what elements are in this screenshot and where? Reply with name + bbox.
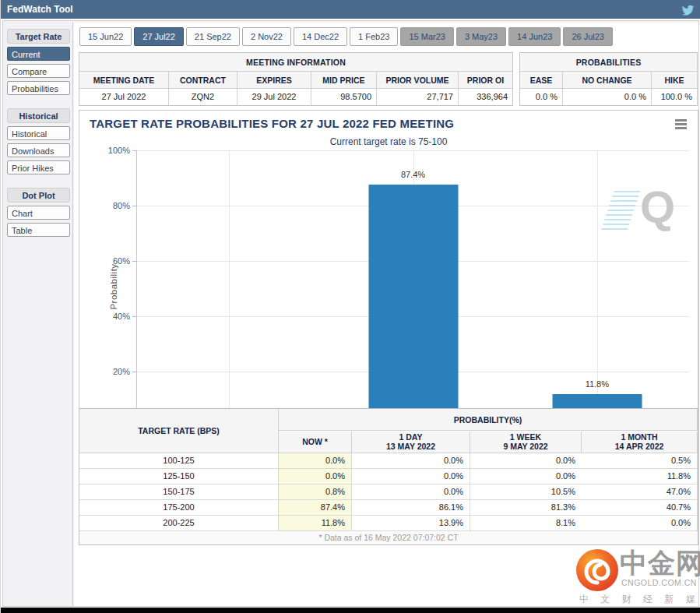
col-target-rate-bps: TARGET RATE (BPS): [79, 409, 279, 453]
sidebar-item-chart[interactable]: Chart: [7, 206, 70, 220]
row-week: 81.3%: [470, 500, 582, 516]
row-month: 40.7%: [582, 500, 698, 516]
bar-value-200-225: 11.8%: [586, 379, 609, 389]
contract-value: ZQN2: [169, 89, 237, 105]
row-rate: 150-175: [79, 484, 279, 500]
row-week: 0.0%: [470, 453, 582, 469]
row-now: 11.8%: [279, 516, 352, 531]
sidebar-item-probabilities[interactable]: Probabilities: [7, 81, 70, 95]
row-day: 0.0%: [352, 469, 470, 484]
y-tick-60: 60%: [97, 256, 130, 266]
col-1-week: 1 WEEK9 MAY 2022: [470, 432, 582, 453]
sidebar-header-target-rate: Target Rate: [7, 29, 70, 44]
row-now: 0.0%: [279, 469, 352, 484]
main-content: 15 Jun2227 Jul2221 Sep222 Nov2214 Dec221…: [74, 23, 698, 606]
expires-value: 29 Jul 2022: [237, 89, 311, 105]
sidebar-item-historical[interactable]: Historical: [7, 126, 70, 140]
col-expires: EXPIRES: [237, 72, 311, 89]
tab-26-jul23[interactable]: 26 Jul23: [563, 27, 613, 46]
y-tick-80: 80%: [97, 201, 130, 210]
page-body: Target Rate Current Compare Probabilitie…: [2, 20, 699, 607]
col-ease: EASE: [520, 72, 563, 89]
y-axis-title: Probability: [109, 263, 118, 309]
twitter-icon[interactable]: [681, 3, 695, 16]
tab-15-mar23[interactable]: 15 Mar23: [400, 27, 453, 46]
fedwatch-tool-app: FedWatch Tool Target Rate Current Compar…: [0, 0, 700, 613]
meeting-tabs: 15 Jun2227 Jul2221 Sep222 Nov2214 Dec221…: [79, 27, 615, 46]
no-change-value: 0.0 %: [563, 89, 652, 105]
col-1-day: 1 DAY13 MAY 2022: [352, 432, 470, 453]
sidebar-item-table[interactable]: Table: [7, 223, 70, 237]
ease-value: 0.0 %: [520, 89, 563, 105]
probabilities-table: PROBABILITIES EASE NO CHANGE HIKE 0.0 % …: [519, 52, 698, 106]
hike-value: 100.0 %: [652, 89, 697, 105]
col-prior-volume: PRIOR VOLUME: [377, 72, 459, 89]
hamburger-menu-icon[interactable]: [675, 119, 687, 131]
sidebar-item-current[interactable]: Current: [7, 47, 70, 61]
probabilities-title: PROBABILITIES: [520, 53, 697, 72]
row-week: 8.1%: [470, 516, 582, 531]
row-day: 0.0%: [352, 484, 470, 500]
y-tick-20: 20%: [97, 367, 130, 376]
meeting-date-value: 27 Jul 2022: [79, 89, 169, 105]
row-month: 47.0%: [582, 484, 698, 500]
row-rate: 100-125: [79, 453, 279, 469]
col-contract: CONTRACT: [169, 72, 237, 89]
data-as-of-footnote: * Data as of 16 May 2022 07:07:02 CT: [79, 531, 698, 544]
chart-title: TARGET RATE PROBABILITIES FOR 27 JUL 202…: [90, 117, 454, 130]
sidebar-header-dot-plot: Dot Plot: [7, 188, 70, 203]
bottom-black-strip: [1, 608, 700, 613]
row-week: 0.0%: [470, 469, 582, 484]
app-header-bar: FedWatch Tool: [1, 0, 700, 19]
q-hatch-decoration: [601, 188, 642, 230]
y-tick-40: 40%: [97, 312, 130, 321]
col-meeting-date: MEETING DATE: [79, 72, 169, 89]
q-letter: Q: [640, 183, 675, 231]
tab-21-sep22[interactable]: 21 Sep22: [186, 27, 240, 46]
chart-subtitle: Current target rate is 75-100: [79, 136, 698, 147]
prior-oi-value: 336,964: [459, 89, 512, 105]
row-day: 13.9%: [352, 516, 470, 531]
row-now: 87.4%: [279, 500, 352, 516]
tab-27-jul22[interactable]: 27 Jul22: [134, 27, 184, 46]
tab-1-feb23[interactable]: 1 Feb23: [350, 27, 398, 46]
sidebar-item-compare[interactable]: Compare: [7, 64, 70, 78]
tab-3-may23[interactable]: 3 May23: [456, 27, 506, 46]
prior-volume-value: 27,717: [377, 89, 459, 105]
col-group-probability: PROBABILITY(%): [279, 409, 698, 431]
mid-price-value: 98.5700: [311, 89, 377, 105]
row-now: 0.0%: [279, 453, 352, 469]
col-mid-price: MID PRICE: [311, 72, 377, 89]
chart-plot-area: 100% 80% 60% 40% 20% 0% 0.8% 87.4%: [136, 150, 689, 428]
row-month: 0.5%: [582, 453, 698, 469]
probability-history-table: TARGET RATE (BPS) PROBABILITY(%) NOW * 1…: [79, 408, 698, 545]
sidebar-item-downloads[interactable]: Downloads: [7, 143, 70, 157]
row-month: 0.0%: [582, 516, 698, 531]
bar-value-175-200: 87.4%: [401, 170, 425, 179]
row-rate: 175-200: [79, 500, 279, 516]
sidebar-item-prior-hikes[interactable]: Prior Hikes: [7, 160, 70, 174]
col-prior-oi: PRIOR OI: [459, 72, 512, 89]
app-title: FedWatch Tool: [7, 0, 73, 19]
row-rate: 125-150: [79, 469, 279, 484]
col-1-month: 1 MONTH14 APR 2022: [582, 432, 698, 453]
row-now: 0.8%: [279, 484, 352, 500]
bar-175-200[interactable]: [368, 185, 458, 427]
sidebar-header-historical: Historical: [7, 108, 70, 123]
tab-2-nov22[interactable]: 2 Nov22: [242, 27, 291, 46]
tab-15-jun22[interactable]: 15 Jun22: [79, 27, 132, 46]
col-now: NOW *: [279, 432, 352, 453]
meeting-information-table: MEETING INFORMATION MEETING DATE CONTRAC…: [79, 52, 513, 106]
row-month: 11.8%: [582, 469, 698, 484]
sidebar-nav: Target Rate Current Compare Probabilitie…: [5, 23, 73, 606]
tab-14-dec22[interactable]: 14 Dec22: [294, 27, 347, 46]
y-tick-100: 100%: [97, 146, 130, 155]
meeting-information-title: MEETING INFORMATION: [79, 53, 512, 72]
quikstrike-q-watermark: Q: [601, 183, 675, 234]
row-day: 86.1%: [352, 500, 470, 516]
col-hike: HIKE: [652, 72, 697, 89]
row-day: 0.0%: [352, 453, 470, 469]
tab-14-jun23[interactable]: 14 Jun23: [508, 27, 561, 46]
row-rate: 200-225: [79, 516, 279, 531]
row-week: 10.5%: [470, 484, 582, 500]
